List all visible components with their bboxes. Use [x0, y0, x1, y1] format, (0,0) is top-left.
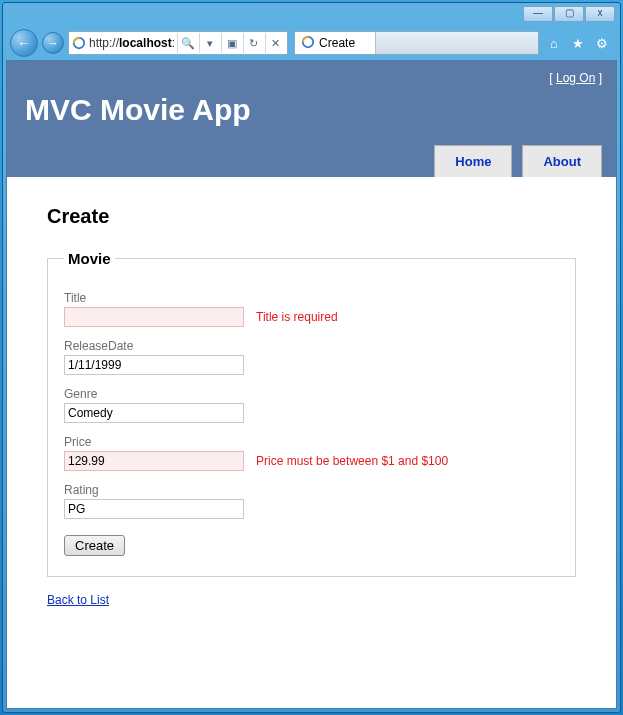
minimize-button[interactable]: —: [523, 6, 553, 22]
url-suffix: :: [172, 36, 175, 50]
nav-tab-about[interactable]: About: [522, 145, 602, 177]
address-input[interactable]: http://localhost:: [89, 36, 175, 50]
page-body: Create Movie Title Title is required Rel…: [7, 177, 616, 628]
price-input[interactable]: [64, 451, 244, 471]
tab-strip: Create: [294, 31, 539, 55]
field-rating: Rating: [64, 483, 559, 519]
refresh-icon[interactable]: ↻: [243, 33, 263, 53]
fieldset-legend: Movie: [64, 250, 115, 267]
forward-icon: →: [48, 37, 59, 49]
back-icon: ←: [17, 35, 31, 51]
ie-icon: [301, 35, 315, 52]
tools-icon[interactable]: ⚙: [593, 34, 611, 52]
command-bar: ⌂ ★ ⚙: [543, 34, 613, 52]
browser-tab[interactable]: Create: [295, 32, 376, 54]
field-genre: Genre: [64, 387, 559, 423]
field-price: Price Price must be between $1 and $100: [64, 435, 559, 471]
favorites-icon[interactable]: ★: [569, 34, 587, 52]
genre-label: Genre: [64, 387, 559, 401]
forward-button[interactable]: →: [42, 32, 64, 54]
maximize-button[interactable]: ▢: [554, 6, 584, 22]
close-button[interactable]: x: [585, 6, 615, 22]
logon-row: [ Log On ]: [21, 71, 602, 85]
address-dropdown-icon[interactable]: ▾: [199, 33, 219, 53]
stop-icon[interactable]: ✕: [265, 33, 285, 53]
price-error: Price must be between $1 and $100: [256, 454, 448, 468]
url-host: localhost: [119, 36, 172, 50]
search-icon[interactable]: 🔍: [177, 33, 197, 53]
app-title: MVC Movie App: [21, 85, 602, 145]
content-area: [ Log On ] MVC Movie App Home About Crea…: [6, 60, 617, 709]
price-label: Price: [64, 435, 559, 449]
tab-title: Create: [319, 36, 355, 50]
back-to-list-link[interactable]: Back to List: [47, 593, 109, 607]
title-input[interactable]: [64, 307, 244, 327]
title-error: Title is required: [256, 310, 338, 324]
page-heading: Create: [47, 205, 576, 228]
window-frame: — ▢ x ← → http://localhost: 🔍 ▾ ▣ ↻ ✕: [2, 2, 621, 713]
address-bar[interactable]: http://localhost: 🔍 ▾ ▣ ↻ ✕: [68, 31, 288, 55]
titlebar: — ▢ x: [6, 6, 617, 26]
page-header: [ Log On ] MVC Movie App Home About: [7, 61, 616, 177]
nav-tab-home[interactable]: Home: [434, 145, 512, 177]
movie-fieldset: Movie Title Title is required ReleaseDat…: [47, 250, 576, 577]
url-prefix: http://: [89, 36, 119, 50]
field-title: Title Title is required: [64, 291, 559, 327]
back-button[interactable]: ←: [10, 29, 38, 57]
ie-icon: [71, 35, 87, 51]
create-button[interactable]: Create: [64, 535, 125, 556]
rating-input[interactable]: [64, 499, 244, 519]
browser-nav-row: ← → http://localhost: 🔍 ▾ ▣ ↻ ✕ Create: [6, 26, 617, 60]
title-label: Title: [64, 291, 559, 305]
rating-label: Rating: [64, 483, 559, 497]
field-releasedate: ReleaseDate: [64, 339, 559, 375]
compat-view-icon[interactable]: ▣: [221, 33, 241, 53]
releasedate-input[interactable]: [64, 355, 244, 375]
genre-input[interactable]: [64, 403, 244, 423]
log-on-link[interactable]: Log On: [556, 71, 595, 85]
releasedate-label: ReleaseDate: [64, 339, 559, 353]
nav-tabs: Home About: [21, 145, 602, 177]
home-icon[interactable]: ⌂: [545, 34, 563, 52]
